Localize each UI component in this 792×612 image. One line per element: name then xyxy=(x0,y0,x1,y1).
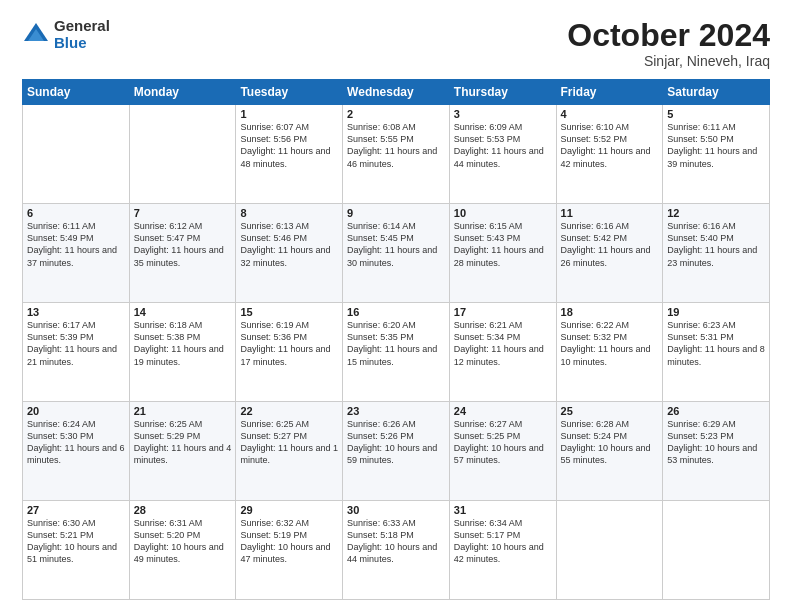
calendar-cell: 12Sunrise: 6:16 AM Sunset: 5:40 PM Dayli… xyxy=(663,204,770,303)
calendar-cell: 28Sunrise: 6:31 AM Sunset: 5:20 PM Dayli… xyxy=(129,501,236,600)
day-info: Sunrise: 6:10 AM Sunset: 5:52 PM Dayligh… xyxy=(561,121,659,170)
day-number: 26 xyxy=(667,405,765,417)
day-info: Sunrise: 6:12 AM Sunset: 5:47 PM Dayligh… xyxy=(134,220,232,269)
day-number: 1 xyxy=(240,108,338,120)
weekday-header-thursday: Thursday xyxy=(449,80,556,105)
month-title: October 2024 xyxy=(567,18,770,53)
calendar-cell xyxy=(129,105,236,204)
day-info: Sunrise: 6:25 AM Sunset: 5:29 PM Dayligh… xyxy=(134,418,232,467)
day-number: 15 xyxy=(240,306,338,318)
day-number: 28 xyxy=(134,504,232,516)
weekday-header-tuesday: Tuesday xyxy=(236,80,343,105)
day-info: Sunrise: 6:15 AM Sunset: 5:43 PM Dayligh… xyxy=(454,220,552,269)
calendar-cell: 21Sunrise: 6:25 AM Sunset: 5:29 PM Dayli… xyxy=(129,402,236,501)
calendar-cell: 2Sunrise: 6:08 AM Sunset: 5:55 PM Daylig… xyxy=(343,105,450,204)
calendar-cell: 7Sunrise: 6:12 AM Sunset: 5:47 PM Daylig… xyxy=(129,204,236,303)
day-number: 7 xyxy=(134,207,232,219)
calendar-cell: 23Sunrise: 6:26 AM Sunset: 5:26 PM Dayli… xyxy=(343,402,450,501)
calendar-cell: 30Sunrise: 6:33 AM Sunset: 5:18 PM Dayli… xyxy=(343,501,450,600)
week-row-4: 20Sunrise: 6:24 AM Sunset: 5:30 PM Dayli… xyxy=(23,402,770,501)
calendar-cell: 3Sunrise: 6:09 AM Sunset: 5:53 PM Daylig… xyxy=(449,105,556,204)
logo: General Blue xyxy=(22,18,110,51)
calendar-cell xyxy=(23,105,130,204)
weekday-header-sunday: Sunday xyxy=(23,80,130,105)
calendar-cell: 5Sunrise: 6:11 AM Sunset: 5:50 PM Daylig… xyxy=(663,105,770,204)
day-info: Sunrise: 6:30 AM Sunset: 5:21 PM Dayligh… xyxy=(27,517,125,566)
day-number: 25 xyxy=(561,405,659,417)
day-info: Sunrise: 6:09 AM Sunset: 5:53 PM Dayligh… xyxy=(454,121,552,170)
day-info: Sunrise: 6:16 AM Sunset: 5:42 PM Dayligh… xyxy=(561,220,659,269)
day-info: Sunrise: 6:23 AM Sunset: 5:31 PM Dayligh… xyxy=(667,319,765,368)
calendar-cell: 24Sunrise: 6:27 AM Sunset: 5:25 PM Dayli… xyxy=(449,402,556,501)
day-number: 4 xyxy=(561,108,659,120)
day-info: Sunrise: 6:32 AM Sunset: 5:19 PM Dayligh… xyxy=(240,517,338,566)
calendar-cell: 29Sunrise: 6:32 AM Sunset: 5:19 PM Dayli… xyxy=(236,501,343,600)
weekday-header-friday: Friday xyxy=(556,80,663,105)
calendar-cell: 18Sunrise: 6:22 AM Sunset: 5:32 PM Dayli… xyxy=(556,303,663,402)
day-number: 13 xyxy=(27,306,125,318)
day-info: Sunrise: 6:33 AM Sunset: 5:18 PM Dayligh… xyxy=(347,517,445,566)
calendar-cell: 25Sunrise: 6:28 AM Sunset: 5:24 PM Dayli… xyxy=(556,402,663,501)
calendar-cell: 20Sunrise: 6:24 AM Sunset: 5:30 PM Dayli… xyxy=(23,402,130,501)
day-number: 22 xyxy=(240,405,338,417)
calendar-cell: 26Sunrise: 6:29 AM Sunset: 5:23 PM Dayli… xyxy=(663,402,770,501)
day-number: 11 xyxy=(561,207,659,219)
day-info: Sunrise: 6:34 AM Sunset: 5:17 PM Dayligh… xyxy=(454,517,552,566)
day-info: Sunrise: 6:25 AM Sunset: 5:27 PM Dayligh… xyxy=(240,418,338,467)
weekday-header-row: SundayMondayTuesdayWednesdayThursdayFrid… xyxy=(23,80,770,105)
day-info: Sunrise: 6:07 AM Sunset: 5:56 PM Dayligh… xyxy=(240,121,338,170)
week-row-2: 6Sunrise: 6:11 AM Sunset: 5:49 PM Daylig… xyxy=(23,204,770,303)
day-number: 5 xyxy=(667,108,765,120)
day-number: 24 xyxy=(454,405,552,417)
calendar-cell: 27Sunrise: 6:30 AM Sunset: 5:21 PM Dayli… xyxy=(23,501,130,600)
calendar-cell: 4Sunrise: 6:10 AM Sunset: 5:52 PM Daylig… xyxy=(556,105,663,204)
day-info: Sunrise: 6:27 AM Sunset: 5:25 PM Dayligh… xyxy=(454,418,552,467)
day-info: Sunrise: 6:31 AM Sunset: 5:20 PM Dayligh… xyxy=(134,517,232,566)
calendar-cell: 22Sunrise: 6:25 AM Sunset: 5:27 PM Dayli… xyxy=(236,402,343,501)
generalblue-logo-icon xyxy=(22,21,50,49)
week-row-1: 1Sunrise: 6:07 AM Sunset: 5:56 PM Daylig… xyxy=(23,105,770,204)
day-number: 16 xyxy=(347,306,445,318)
day-number: 31 xyxy=(454,504,552,516)
calendar-cell: 19Sunrise: 6:23 AM Sunset: 5:31 PM Dayli… xyxy=(663,303,770,402)
day-info: Sunrise: 6:21 AM Sunset: 5:34 PM Dayligh… xyxy=(454,319,552,368)
day-number: 10 xyxy=(454,207,552,219)
day-number: 30 xyxy=(347,504,445,516)
day-number: 2 xyxy=(347,108,445,120)
day-number: 12 xyxy=(667,207,765,219)
day-info: Sunrise: 6:08 AM Sunset: 5:55 PM Dayligh… xyxy=(347,121,445,170)
day-number: 6 xyxy=(27,207,125,219)
calendar-cell xyxy=(663,501,770,600)
day-number: 18 xyxy=(561,306,659,318)
day-number: 8 xyxy=(240,207,338,219)
logo-text: General Blue xyxy=(54,18,110,51)
day-info: Sunrise: 6:24 AM Sunset: 5:30 PM Dayligh… xyxy=(27,418,125,467)
day-number: 14 xyxy=(134,306,232,318)
day-number: 29 xyxy=(240,504,338,516)
calendar-cell: 31Sunrise: 6:34 AM Sunset: 5:17 PM Dayli… xyxy=(449,501,556,600)
logo-general: General xyxy=(54,18,110,35)
logo-blue: Blue xyxy=(54,35,110,52)
day-info: Sunrise: 6:11 AM Sunset: 5:49 PM Dayligh… xyxy=(27,220,125,269)
calendar-cell: 13Sunrise: 6:17 AM Sunset: 5:39 PM Dayli… xyxy=(23,303,130,402)
day-info: Sunrise: 6:22 AM Sunset: 5:32 PM Dayligh… xyxy=(561,319,659,368)
day-info: Sunrise: 6:14 AM Sunset: 5:45 PM Dayligh… xyxy=(347,220,445,269)
week-row-5: 27Sunrise: 6:30 AM Sunset: 5:21 PM Dayli… xyxy=(23,501,770,600)
day-info: Sunrise: 6:16 AM Sunset: 5:40 PM Dayligh… xyxy=(667,220,765,269)
weekday-header-monday: Monday xyxy=(129,80,236,105)
day-info: Sunrise: 6:11 AM Sunset: 5:50 PM Dayligh… xyxy=(667,121,765,170)
day-number: 17 xyxy=(454,306,552,318)
calendar-cell: 6Sunrise: 6:11 AM Sunset: 5:49 PM Daylig… xyxy=(23,204,130,303)
day-number: 19 xyxy=(667,306,765,318)
title-block: October 2024 Sinjar, Nineveh, Iraq xyxy=(567,18,770,69)
day-info: Sunrise: 6:19 AM Sunset: 5:36 PM Dayligh… xyxy=(240,319,338,368)
calendar-cell: 14Sunrise: 6:18 AM Sunset: 5:38 PM Dayli… xyxy=(129,303,236,402)
day-info: Sunrise: 6:28 AM Sunset: 5:24 PM Dayligh… xyxy=(561,418,659,467)
weekday-header-wednesday: Wednesday xyxy=(343,80,450,105)
day-number: 3 xyxy=(454,108,552,120)
header: General Blue October 2024 Sinjar, Nineve… xyxy=(22,18,770,69)
day-number: 20 xyxy=(27,405,125,417)
calendar-cell: 8Sunrise: 6:13 AM Sunset: 5:46 PM Daylig… xyxy=(236,204,343,303)
day-info: Sunrise: 6:20 AM Sunset: 5:35 PM Dayligh… xyxy=(347,319,445,368)
calendar-cell: 16Sunrise: 6:20 AM Sunset: 5:35 PM Dayli… xyxy=(343,303,450,402)
